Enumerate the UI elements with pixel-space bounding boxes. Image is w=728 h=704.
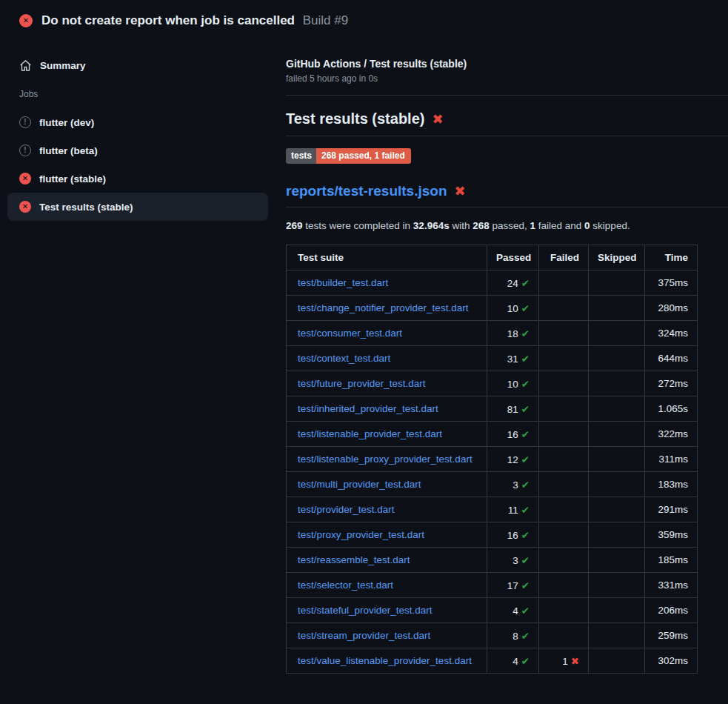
summary-part: skipped. (590, 220, 630, 231)
check-icon: ✔ (521, 454, 530, 465)
suite-cell: test/listenable_proxy_provider_test.dart (287, 447, 487, 472)
passed-count: 4 (512, 656, 518, 667)
check-icon: ✔ (521, 580, 530, 591)
table-row: test/reassemble_test.dart3✔185ms (287, 548, 698, 573)
passed-cell: 4✔ (487, 598, 539, 623)
sidebar-jobs-list: flutter (dev)flutter (beta)flutter (stab… (7, 108, 268, 221)
skipped-cell (589, 548, 645, 573)
table-header-row: Test suitePassedFailedSkippedTime (287, 245, 698, 270)
suite-cell: test/stateful_provider_test.dart (287, 598, 487, 623)
sidebar-item-summary[interactable]: Summary (7, 52, 268, 79)
summary-part: with (450, 220, 473, 231)
passed-count: 17 (507, 580, 518, 591)
build-number: Build #9 (303, 13, 348, 27)
suite-link[interactable]: test/proxy_provider_test.dart (298, 529, 424, 540)
passed-cell: 16✔ (487, 522, 539, 548)
passed-cell: 24✔ (487, 270, 539, 296)
suite-cell: test/consumer_test.dart (287, 321, 487, 346)
x-circle-icon (19, 173, 31, 185)
passed-cell: 16✔ (487, 422, 539, 447)
check-icon: ✔ (521, 278, 530, 289)
table-row: test/listenable_proxy_provider_test.dart… (287, 447, 698, 472)
column-header: Test suite (287, 245, 487, 270)
suite-link[interactable]: test/listenable_provider_test.dart (298, 428, 442, 439)
passed-count: 18 (507, 328, 518, 339)
passed-cell: 10✔ (487, 371, 539, 396)
suite-link[interactable]: test/listenable_proxy_provider_test.dart (298, 454, 472, 465)
badge-label: tests (286, 148, 316, 164)
passed-count: 31 (507, 353, 518, 365)
skipped-cell (589, 371, 645, 396)
time-cell: 183ms (645, 472, 698, 497)
suite-cell: test/stream_provider_test.dart (287, 623, 487, 648)
time-cell: 644ms (645, 346, 698, 371)
skipped-cell (589, 447, 645, 472)
test-summary-sentence: 269 tests were completed in 32.964s with… (286, 220, 728, 231)
table-row: test/provider_test.dart11✔291ms (287, 497, 698, 522)
passed-count: 16 (507, 530, 518, 541)
failed-cell (539, 472, 589, 497)
cross-icon: ✖ (571, 656, 579, 667)
suite-link[interactable]: test/provider_test.dart (298, 504, 395, 515)
home-icon (19, 59, 32, 72)
suite-link[interactable]: test/multi_provider_test.dart (298, 479, 421, 490)
table-body: test/builder_test.dart24✔375mstest/chang… (287, 270, 698, 674)
sidebar-item-job-3[interactable]: Test results (stable) (7, 193, 268, 221)
suite-link[interactable]: test/builder_test.dart (298, 277, 388, 288)
failed-cell (539, 598, 589, 623)
passed-count: 8 (512, 631, 518, 642)
suite-link[interactable]: test/selector_test.dart (298, 580, 393, 591)
column-header: Skipped (589, 245, 645, 270)
check-icon: ✔ (521, 379, 530, 390)
content: Summary Jobs flutter (dev)flutter (beta)… (0, 36, 728, 674)
x-circle-icon (19, 14, 33, 27)
table-row: test/proxy_provider_test.dart16✔359ms (287, 522, 698, 548)
suite-link[interactable]: test/stateful_provider_test.dart (298, 605, 433, 616)
passed-count: 10 (507, 303, 518, 314)
summary-part: 0 (584, 220, 590, 231)
sidebar-item-job-0[interactable]: flutter (dev) (7, 108, 268, 136)
suite-cell: test/selector_test.dart (287, 573, 487, 598)
run-status-meta: failed 5 hours ago in 0s (286, 73, 728, 84)
suite-link[interactable]: test/stream_provider_test.dart (298, 630, 430, 641)
table-row: test/inherited_provider_test.dart81✔1.06… (287, 396, 698, 422)
check-icon: ✔ (521, 479, 530, 491)
skipped-cell (589, 270, 645, 296)
suite-cell: test/reassemble_test.dart (287, 548, 487, 573)
failed-cell (539, 548, 589, 573)
tests-badge: tests 268 passed, 1 failed (286, 148, 411, 164)
check-icon: ✔ (521, 555, 530, 566)
summary-part: failed and (535, 220, 584, 231)
report-file-link[interactable]: reports/test-results.json (286, 183, 447, 199)
passed-cell: 18✔ (487, 321, 539, 346)
x-circle-icon (19, 201, 31, 213)
passed-cell: 3✔ (487, 548, 539, 573)
passed-count: 10 (507, 379, 518, 390)
suite-link[interactable]: test/consumer_test.dart (298, 328, 402, 339)
suite-link[interactable]: test/value_listenable_provider_test.dart (298, 655, 472, 666)
suite-link[interactable]: test/future_provider_test.dart (298, 378, 426, 389)
check-icon: ✔ (521, 530, 530, 541)
skipped-cell (589, 522, 645, 548)
report-title-row: Test results (stable) ✖ (286, 110, 728, 136)
suite-cell: test/context_test.dart (287, 346, 487, 371)
suite-link[interactable]: test/context_test.dart (298, 353, 390, 364)
suite-link[interactable]: test/inherited_provider_test.dart (298, 403, 438, 414)
check-icon: ✔ (521, 353, 530, 365)
sidebar-item-job-1[interactable]: flutter (beta) (7, 136, 268, 165)
suite-cell: test/proxy_provider_test.dart (287, 522, 487, 548)
table-row: test/selector_test.dart17✔331ms (287, 573, 698, 598)
badge-value: 268 passed, 1 failed (316, 148, 411, 164)
summary-part: 32.964s (413, 220, 450, 231)
failed-cell: 1✖ (539, 648, 589, 674)
suite-link[interactable]: test/change_notifier_provider_test.dart (298, 302, 468, 313)
failed-x-icon: ✖ (455, 185, 466, 198)
skipped-cell (589, 396, 645, 422)
time-cell: 1.065s (645, 396, 698, 422)
failed-cell (539, 396, 589, 422)
time-cell: 272ms (645, 371, 698, 396)
sidebar-item-job-2[interactable]: flutter (stable) (7, 165, 268, 193)
sidebar-summary-label: Summary (40, 60, 86, 71)
suite-link[interactable]: test/reassemble_test.dart (298, 554, 410, 565)
passed-count: 11 (508, 505, 518, 516)
